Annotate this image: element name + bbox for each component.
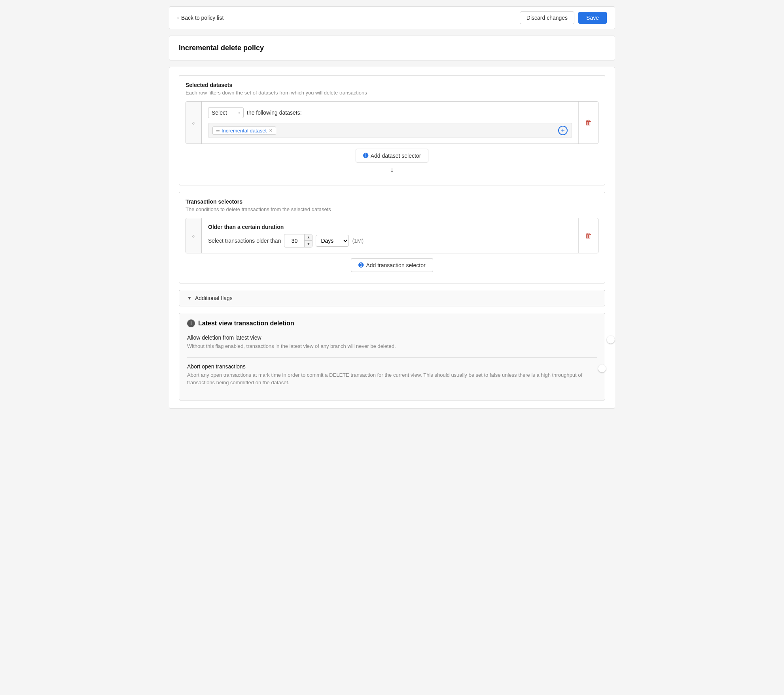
latest-view-section: i Latest view transaction deletion Allow… (179, 313, 605, 400)
period-select[interactable]: Days Weeks Months Years (316, 235, 349, 247)
dataset-tag-incremental: ☰ Incremental dataset ✕ (212, 127, 276, 135)
transaction-selectors-title: Transaction selectors (186, 198, 598, 205)
add-circle-icon: ➊ (363, 152, 368, 159)
delete-dataset-row-button[interactable]: 🗑 (583, 117, 594, 128)
trash-icon: 🗑 (585, 119, 592, 127)
main-content-card: Selected datasets Each row filters down … (169, 67, 615, 409)
transaction-row-actions: 🗑 (578, 218, 598, 253)
abort-open-flag-row: Abort open transactions Abort any open t… (187, 363, 597, 387)
number-input-wrapper: ▲ ▼ (284, 234, 312, 247)
datasets-section-box: Selected datasets Each row filters down … (179, 75, 605, 185)
tx-controls: Select transactions older than ▲ ▼ Days … (208, 234, 572, 247)
add-transaction-selector-label: Add transaction selector (366, 262, 425, 268)
add-dataset-selector-container: ➊ Add dataset selector ↓ (186, 149, 598, 174)
tx-row-title: Older than a certain duration (208, 224, 572, 230)
select-row: Select ↕ the following datasets: (208, 107, 572, 118)
allow-deletion-flag-name: Allow deletion from latest view (187, 334, 589, 341)
select-dropdown-text: Select (212, 110, 237, 116)
transaction-selectors-subtitle: The conditions to delete transactions fr… (186, 206, 598, 212)
flags-chevron-icon: ▼ (187, 295, 192, 301)
tx-drag-icon: ⬦ (191, 232, 196, 240)
add-circle-tx-icon: ➊ (358, 261, 364, 269)
add-dataset-tag-button[interactable]: + (558, 126, 568, 135)
dataset-row-content: Select ↕ the following datasets: ☰ Incre… (202, 102, 578, 144)
abort-open-toggle-thumb (598, 364, 606, 372)
tag-close-icon[interactable]: ✕ (269, 128, 273, 133)
additional-flags-header[interactable]: ▼ Additional flags (179, 290, 605, 306)
back-chevron-icon: ‹ (177, 15, 179, 21)
top-bar-actions: Discard changes Save (520, 11, 607, 24)
dataset-select-dropdown[interactable]: Select ↕ (208, 107, 244, 118)
back-link-label: Back to policy list (181, 15, 223, 21)
abort-open-flag-description: Abort any open transactions at mark time… (187, 371, 589, 387)
flag-divider (187, 357, 597, 358)
latest-view-title: Latest view transaction deletion (198, 320, 294, 327)
datasets-section-title: Selected datasets (186, 82, 598, 88)
page-title-section: Incremental delete policy (169, 36, 615, 60)
transaction-selectors-section-box: Transaction selectors The conditions to … (179, 192, 605, 283)
tx-trash-icon: 🗑 (585, 232, 592, 240)
allow-deletion-flag-row: Allow deletion from latest view Without … (187, 334, 597, 350)
transaction-row-content: Older than a certain duration Select tra… (202, 218, 578, 253)
dataset-row: ⬦ Select ↕ the following datasets: ☰ Inc… (186, 101, 598, 144)
allow-deletion-toggle-thumb (607, 336, 615, 344)
tx-drag-handle[interactable]: ⬦ (186, 218, 202, 253)
following-datasets-label: the following datasets: (247, 110, 302, 116)
transaction-row: ⬦ Older than a certain duration Select t… (186, 218, 598, 253)
additional-flags-label: Additional flags (195, 295, 233, 301)
dropdown-arrow-icon: ↕ (238, 111, 240, 115)
drag-icon: ⬦ (191, 119, 196, 127)
add-transaction-selector-container: ➊ Add transaction selector (186, 258, 598, 272)
datasets-section-subtitle: Each row filters down the set of dataset… (186, 90, 598, 96)
dataset-tags-container: ☰ Incremental dataset ✕ + (208, 123, 572, 138)
delete-transaction-row-button[interactable]: 🗑 (583, 230, 594, 242)
period-note-label: (1M) (352, 238, 364, 244)
discard-changes-button[interactable]: Discard changes (520, 11, 574, 24)
tx-older-than-label: Select transactions older than (208, 238, 281, 244)
save-button[interactable]: Save (578, 12, 607, 24)
spinner-up-button[interactable]: ▲ (305, 234, 312, 241)
dataset-tag-label: Incremental dataset (222, 128, 267, 134)
down-arrow-connector-icon: ↓ (390, 166, 394, 174)
drag-handle[interactable]: ⬦ (186, 102, 202, 144)
spinner-down-button[interactable]: ▼ (305, 241, 312, 247)
allow-deletion-flag-description: Without this flag enabled, transactions … (187, 342, 589, 350)
latest-view-title-row: i Latest view transaction deletion (187, 319, 597, 327)
add-dataset-selector-label: Add dataset selector (371, 153, 421, 159)
number-spinners: ▲ ▼ (304, 234, 312, 247)
add-transaction-selector-button[interactable]: ➊ Add transaction selector (351, 258, 433, 272)
abort-open-flag-name: Abort open transactions (187, 363, 589, 370)
add-dataset-selector-button[interactable]: ➊ Add dataset selector (356, 149, 429, 162)
page-title: Incremental delete policy (179, 44, 605, 52)
dataset-row-actions: 🗑 (578, 102, 598, 144)
top-nav-bar: ‹ Back to policy list Discard changes Sa… (169, 6, 615, 29)
allow-deletion-flag-text: Allow deletion from latest view Without … (187, 334, 597, 350)
back-to-policy-list-link[interactable]: ‹ Back to policy list (177, 15, 223, 21)
duration-number-input[interactable] (284, 236, 304, 246)
info-icon: i (187, 319, 195, 327)
abort-open-flag-text: Abort open transactions Abort any open t… (187, 363, 597, 387)
table-icon: ☰ (216, 128, 220, 133)
